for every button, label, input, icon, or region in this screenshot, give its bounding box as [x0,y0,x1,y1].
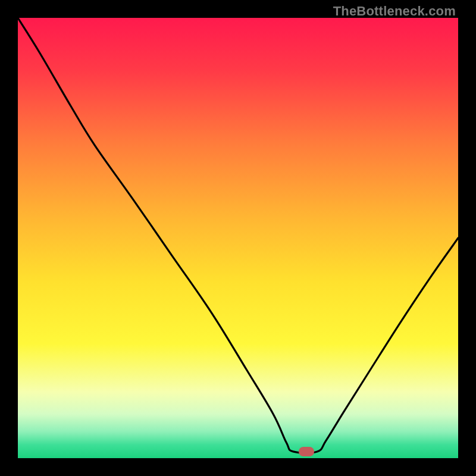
watermark-text: TheBottleneck.com [333,4,456,19]
chart-container: TheBottleneck.com [0,0,476,476]
plot-area [18,18,458,458]
optimal-marker [299,447,314,456]
bottleneck-curve [18,18,458,458]
